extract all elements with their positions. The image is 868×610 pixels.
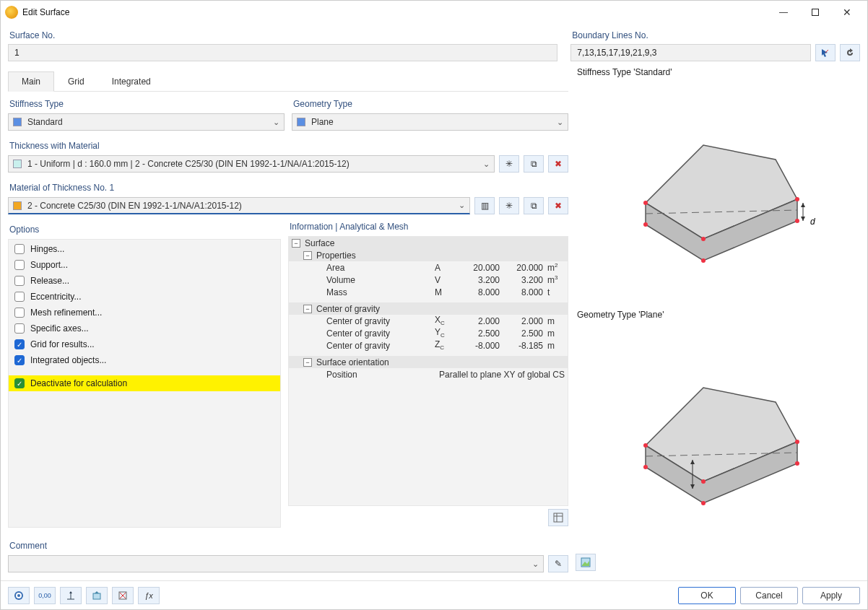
stiffness-value: Standard [27, 117, 63, 127]
window-title: Edit Surface [22, 7, 69, 17]
maximize-button[interactable] [799, 1, 831, 23]
copy-icon[interactable]: ⧉ [524, 155, 544, 173]
material-combo[interactable]: 2 - Concrete C25/30 (DIN EN 1992-1-1/NA/… [8, 197, 470, 214]
new-icon[interactable]: ✳ [499, 155, 519, 173]
tree-group-surface[interactable]: − Surface [289, 237, 568, 249]
revert-icon[interactable] [840, 44, 860, 61]
surface-no-block: Surface No. [8, 28, 557, 61]
collapse-icon[interactable]: − [303, 305, 312, 313]
color-swatch-icon [13, 118, 22, 126]
table-icon[interactable] [548, 509, 568, 526]
option-label: Eccentricity... [30, 292, 81, 302]
tree-row-volume: Volume V 3.200 3.200 m3 [289, 274, 568, 286]
checkbox-icon[interactable] [14, 355, 25, 365]
collapse-icon[interactable]: − [303, 251, 312, 260]
option-mesh-refinement[interactable]: Mesh refinement... [9, 305, 280, 321]
color-swatch-icon [297, 118, 305, 126]
checkbox-icon[interactable] [14, 276, 25, 286]
stiffness-label: Stiffness Type [8, 96, 285, 113]
thickness-value: 1 - Uniform | d : 160.0 mm | 2 - Concret… [27, 159, 350, 169]
tab-integrated[interactable]: Integrated [98, 71, 165, 92]
material-value: 2 - Concrete C25/30 (DIN EN 1992-1-1/NA/… [27, 201, 242, 211]
collapse-icon[interactable]: − [303, 358, 312, 367]
tab-grid[interactable]: Grid [54, 71, 98, 92]
stiffness-combo[interactable]: Standard ⌄ [8, 113, 285, 131]
units-icon[interactable]: 0,00 [34, 587, 56, 604]
geometry-label: Geometry Type [292, 96, 568, 113]
checkbox-icon[interactable] [14, 308, 25, 318]
export-icon[interactable] [86, 587, 108, 604]
titlebar: Edit Surface — ✕ [1, 1, 867, 24]
tree-group-properties[interactable]: − Properties [289, 249, 568, 261]
boundary-block: Boundary Lines No. [570, 28, 860, 61]
surface-no-input[interactable] [8, 44, 557, 61]
tree-group-cog[interactable]: − Center of gravity [289, 302, 568, 315]
pointer-icon[interactable] [815, 44, 836, 61]
thickness-combo[interactable]: 1 - Uniform | d : 160.0 mm | 2 - Concret… [8, 155, 495, 173]
ok-button[interactable]: OK [678, 587, 736, 604]
svg-text:d: d [810, 217, 815, 227]
svg-point-10 [795, 219, 799, 223]
checkbox-icon[interactable] [14, 378, 25, 388]
tree-group-orientation[interactable]: − Surface orientation [289, 356, 568, 368]
minimize-button[interactable]: — [768, 1, 799, 23]
tree-row-xc: Center of gravity XC 2.000 2.000 m [289, 315, 568, 327]
checkbox-icon[interactable] [14, 323, 25, 334]
option-hinges[interactable]: Hinges... [9, 241, 280, 257]
svg-point-11 [701, 237, 706, 241]
tree-row-mass: Mass M 8.000 8.000 t [289, 286, 568, 298]
chevron-down-icon: ⌄ [273, 118, 279, 127]
color-swatch-icon [13, 201, 22, 210]
checkbox-icon[interactable] [14, 339, 25, 349]
collapse-icon[interactable]: − [292, 239, 300, 248]
footer: 0,00 ƒx OK Cancel Apply [1, 580, 867, 609]
library-icon[interactable]: ▥ [474, 197, 495, 214]
info-tree: − Surface − Properties Area A 20.000 20.… [288, 236, 568, 506]
svg-rect-1 [554, 513, 563, 522]
cancel-button[interactable]: Cancel [740, 587, 798, 604]
option-deactivate-calc[interactable]: Deactivate for calculation [9, 375, 280, 391]
boundary-label: Boundary Lines No. [570, 28, 860, 44]
option-support[interactable]: Support... [9, 257, 280, 273]
option-label: Deactivate for calculation [30, 378, 127, 388]
comment-note-icon[interactable]: ✎ [548, 555, 568, 572]
app-icon [5, 6, 18, 19]
left-area: Main Grid Integrated Stiffness Type Stan… [8, 67, 568, 572]
preview-geometry-label: Geometry Type 'Plane' [576, 310, 860, 324]
option-label: Release... [30, 276, 69, 286]
surface-no-label: Surface No. [8, 28, 557, 44]
function-icon[interactable]: ƒx [138, 587, 160, 604]
geometry-value: Plane [311, 117, 334, 127]
tab-main[interactable]: Main [8, 71, 54, 92]
thickness-label: Thickness with Material [8, 138, 568, 155]
delete2-icon[interactable] [112, 587, 134, 604]
chevron-down-icon: ⌄ [557, 118, 563, 127]
options-box: Hinges... Support... Release... Eccentri… [8, 239, 281, 528]
svg-point-9 [795, 197, 799, 201]
chevron-down-icon: ⌄ [532, 559, 539, 569]
top-fields: Surface No. Boundary Lines No. [1, 24, 867, 63]
checkbox-icon[interactable] [14, 292, 25, 302]
image-icon[interactable] [576, 554, 596, 571]
checkbox-icon[interactable] [14, 260, 25, 270]
new-icon[interactable]: ✳ [499, 197, 519, 214]
option-integrated-objects[interactable]: Integrated objects... [9, 352, 280, 368]
apply-button[interactable]: Apply [802, 587, 860, 604]
option-grid-for-results[interactable]: Grid for results... [9, 336, 280, 352]
geometry-combo[interactable]: Plane ⌄ [292, 113, 568, 131]
boundary-input[interactable] [570, 44, 811, 61]
copy-icon[interactable]: ⧉ [524, 197, 544, 214]
comment-combo[interactable]: ⌄ [8, 555, 544, 572]
option-label: Grid for results... [30, 339, 95, 349]
delete-icon[interactable]: ✖ [548, 197, 568, 214]
svg-point-22 [795, 440, 799, 444]
option-eccentricity[interactable]: Eccentricity... [9, 289, 280, 305]
tree-label-text: Surface [305, 238, 334, 248]
checkbox-icon[interactable] [14, 244, 25, 254]
delete-icon[interactable]: ✖ [548, 155, 568, 173]
option-specific-axes[interactable]: Specific axes... [9, 321, 280, 336]
close-button[interactable]: ✕ [831, 1, 863, 23]
axes-icon[interactable] [60, 587, 82, 604]
help-icon[interactable] [8, 587, 30, 604]
option-release[interactable]: Release... [9, 273, 280, 289]
